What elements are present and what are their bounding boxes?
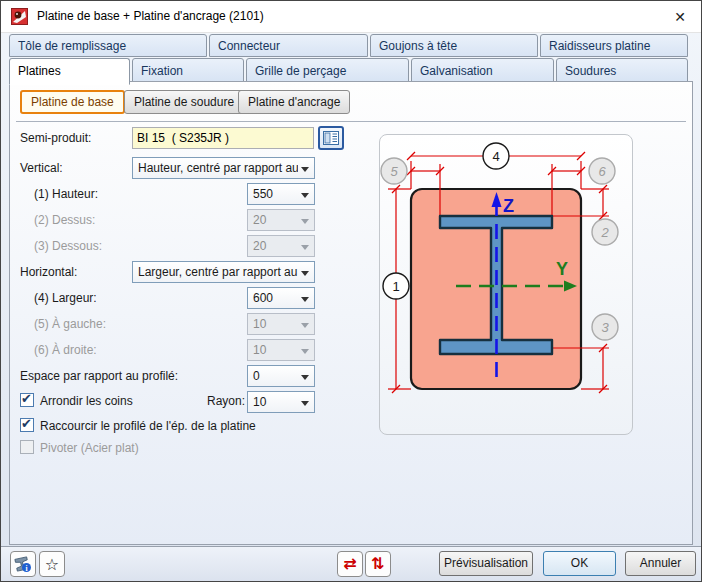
platine-de-soudure-button[interactable]: Platine de soudure	[124, 90, 244, 114]
preview-panel: Z Y 4 5	[379, 134, 633, 435]
component-icon	[11, 8, 28, 25]
catalog-icon	[323, 131, 339, 145]
hauteur-label: (1) Hauteur:	[34, 187, 98, 201]
chevron-down-icon	[301, 245, 309, 250]
dimension-marker-2: 2	[592, 219, 618, 245]
horizontal-mode-select[interactable]: Largeur, centré par rapport au pro	[132, 261, 315, 283]
semi-product-input[interactable]	[132, 127, 314, 149]
a-gauche-label: (5) À gauche:	[34, 317, 106, 331]
svg-text:1: 1	[392, 279, 399, 294]
svg-text:Z: Z	[503, 196, 514, 216]
profile-catalog-button[interactable]	[318, 126, 344, 150]
rayon-select[interactable]: 10	[247, 391, 315, 413]
title-bar: Platine de base + Platine d'ancrage (210…	[1, 1, 701, 33]
raccourcir-label: Raccourcir le profilé de l'ép. de la pla…	[40, 419, 256, 433]
tab-grille-de-percage[interactable]: Grille de perçage	[246, 58, 409, 82]
tab-soudures[interactable]: Soudures	[556, 58, 688, 82]
chevron-down-icon	[301, 323, 309, 328]
swap-horizontal-button[interactable]: ⇄	[337, 551, 363, 577]
dimension-marker-6: 6	[589, 158, 615, 184]
chevron-down-icon	[301, 193, 309, 198]
dimension-marker-3: 3	[592, 314, 618, 340]
chevron-down-icon	[301, 349, 309, 354]
section-divider	[16, 121, 686, 122]
rayon-label: Rayon:	[207, 394, 245, 408]
favorites-button[interactable]: ☆	[39, 551, 65, 577]
vertical-mode-select[interactable]: Hauteur, centré par rapport au pro	[132, 157, 315, 179]
horizontal-label: Horizontal:	[20, 265, 77, 279]
svg-text:6: 6	[598, 164, 606, 179]
tab-connecteur[interactable]: Connecteur	[209, 34, 368, 57]
svg-text:4: 4	[492, 149, 499, 164]
component-info-button[interactable]: i	[10, 551, 36, 577]
tab-galvanisation[interactable]: Galvanisation	[411, 58, 554, 82]
ok-button[interactable]: OK	[543, 551, 616, 576]
tab-platines[interactable]: Platines	[9, 58, 130, 85]
svg-text:i: i	[25, 564, 27, 573]
dessous-select: 20	[247, 235, 315, 257]
platines-tab-panel: Platine de base Platine de soudure Plati…	[9, 81, 693, 545]
arrondir-label: Arrondir les coins	[40, 394, 133, 408]
preview-button[interactable]: Prévisualisation	[439, 551, 533, 576]
close-icon[interactable]: ✕	[669, 6, 691, 28]
pivoter-checkbox	[20, 440, 34, 454]
dessus-label: (2) Dessus:	[34, 213, 95, 227]
vertical-label: Vertical:	[20, 161, 63, 175]
cancel-button[interactable]: Annuler	[625, 551, 696, 576]
platine-de-base-button[interactable]: Platine de base	[20, 90, 125, 114]
svg-text:Y: Y	[556, 259, 568, 279]
swap-vertical-icon: ⇅	[371, 556, 384, 572]
largeur-select[interactable]: 600	[247, 287, 315, 309]
footer-bar: i ☆ ⇄ ⇅ Prévisualisation OK Annuler	[1, 546, 701, 582]
a-droite-label: (6) À droite:	[34, 343, 97, 357]
dimension-marker-5: 5	[381, 158, 407, 184]
dessus-select: 20	[247, 209, 315, 231]
tab-raidisseurs-platine[interactable]: Raidisseurs platine	[540, 34, 688, 57]
chevron-down-icon	[301, 401, 309, 406]
svg-text:5: 5	[390, 164, 398, 179]
chevron-down-icon	[301, 219, 309, 224]
espace-select[interactable]: 0	[247, 365, 315, 387]
swap-vertical-button[interactable]: ⇅	[365, 551, 391, 577]
star-icon: ☆	[45, 555, 59, 574]
chevron-down-icon	[301, 375, 309, 380]
dialog-window: Platine de base + Platine d'ancrage (210…	[0, 0, 702, 582]
a-droite-select: 10	[247, 339, 315, 361]
platine-d-ancrage-button[interactable]: Platine d'ancrage	[238, 90, 350, 114]
chevron-down-icon	[301, 297, 309, 302]
chevron-down-icon	[301, 167, 309, 172]
svg-text:3: 3	[601, 320, 609, 335]
svg-text:2: 2	[600, 225, 609, 240]
dimension-marker-1: 1	[383, 273, 409, 299]
a-gauche-select: 10	[247, 313, 315, 335]
tab-tole-de-remplissage[interactable]: Tôle de remplissage	[9, 34, 207, 57]
beam-info-icon: i	[14, 555, 32, 573]
tab-goujons-a-tete[interactable]: Goujons à tête	[370, 34, 538, 57]
largeur-label: (4) Largeur:	[34, 291, 97, 305]
window-title: Platine de base + Platine d'ancrage (210…	[37, 9, 264, 23]
swap-horizontal-icon: ⇄	[343, 556, 356, 572]
dessous-label: (3) Dessous:	[34, 239, 102, 253]
plate-diagram: Z Y 4 5	[380, 135, 632, 434]
raccourcir-checkbox[interactable]	[20, 418, 34, 432]
semi-product-label: Semi-produit:	[20, 131, 91, 145]
tab-fixation[interactable]: Fixation	[132, 58, 244, 82]
arrondir-checkbox[interactable]	[20, 393, 34, 407]
pivoter-label: Pivoter (Acier plat)	[40, 441, 139, 455]
chevron-down-icon	[301, 271, 309, 276]
hauteur-select[interactable]: 550	[247, 183, 315, 205]
espace-label: Espace par rapport au profilé:	[20, 369, 178, 383]
dimension-marker-4: 4	[483, 143, 509, 169]
